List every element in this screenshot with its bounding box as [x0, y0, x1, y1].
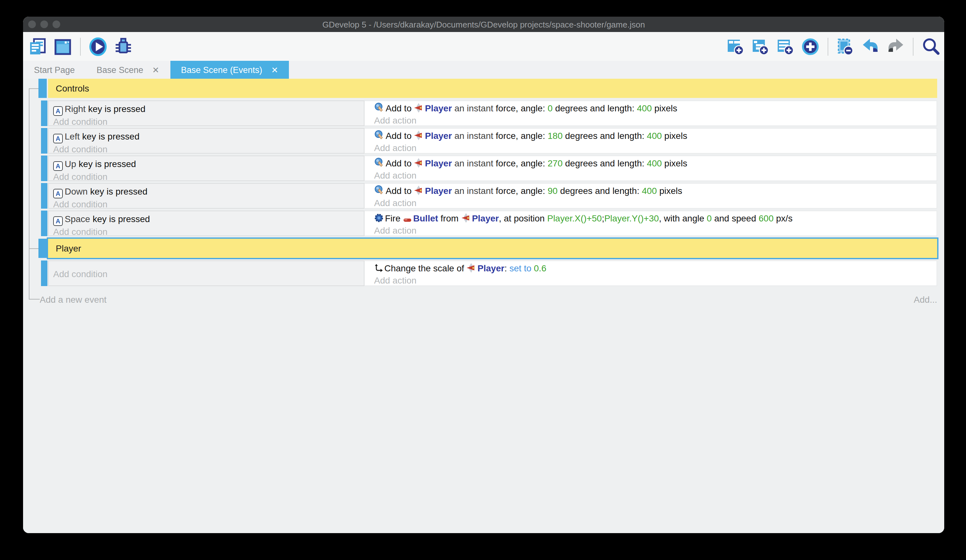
keyboard-icon: A	[53, 189, 63, 198]
action-sentence[interactable]: Add to Player an instant force, angle: 0…	[370, 100, 937, 115]
event-row: ADown key is pressed Add condition Add t…	[23, 183, 944, 209]
scene-editor-icon[interactable]	[53, 37, 72, 56]
tab-bar: Start Page Base Scene ✕ Base Scene (Even…	[23, 61, 944, 79]
tab-start-page[interactable]: Start Page	[23, 61, 86, 79]
add-action-link[interactable]: Add action	[370, 275, 937, 286]
add-condition-link[interactable]: Add condition	[49, 261, 364, 280]
undo-icon[interactable]	[861, 37, 880, 56]
force-icon	[374, 157, 384, 168]
fire-bullet-icon	[374, 213, 384, 223]
add-condition-link[interactable]: Add condition	[49, 116, 364, 128]
remove-event-icon[interactable]	[836, 37, 855, 56]
event-row: ALeft key is pressed Add condition Add t…	[23, 128, 944, 154]
debug-icon[interactable]	[113, 37, 133, 56]
event-row: Add condition Change the scale of Player…	[23, 260, 944, 286]
add-event-icon[interactable]	[726, 37, 745, 56]
event-indent-bar	[41, 100, 48, 126]
action-sentence[interactable]: Change the scale of Player: set to 0.6	[370, 260, 937, 275]
window-title: GDevelop 5 - /Users/dkarakay/Documents/G…	[23, 16, 944, 33]
force-icon	[374, 130, 384, 140]
add-condition-link[interactable]: Add condition	[49, 226, 364, 237]
titlebar: GDevelop 5 - /Users/dkarakay/Documents/G…	[23, 16, 944, 32]
event-group-player[interactable]: Player	[23, 239, 944, 258]
add-action-link[interactable]: Add action	[370, 224, 937, 236]
event-row: AUp key is pressed Add condition Add to …	[23, 156, 944, 181]
search-icon[interactable]	[921, 37, 940, 56]
event-indent-bar	[41, 183, 48, 209]
keyboard-icon: A	[53, 134, 63, 143]
add-action-link[interactable]: Add action	[370, 197, 937, 209]
conditions-cell: ASpace key is pressed Add condition	[48, 211, 365, 236]
tab-label: Base Scene	[97, 65, 143, 75]
toolbar	[23, 32, 944, 61]
player-object-icon	[467, 263, 476, 273]
group-header-cell[interactable]: Controls	[48, 79, 937, 98]
tab-label: Start Page	[34, 65, 75, 75]
group-header-cell-selected[interactable]: Player	[48, 239, 937, 258]
tab-base-scene[interactable]: Base Scene ✕	[86, 61, 170, 79]
condition-sentence[interactable]: ASpace key is pressed	[49, 211, 364, 226]
event-indent-bar	[38, 239, 47, 258]
add-action-link[interactable]: Add action	[370, 142, 937, 154]
player-object-icon	[414, 158, 424, 168]
event-indent-bar	[38, 79, 47, 98]
conditions-cell: Add condition	[48, 260, 365, 286]
condition-sentence[interactable]: ALeft key is pressed	[49, 129, 364, 143]
keyboard-icon: A	[53, 106, 63, 116]
add-subevent-icon[interactable]	[751, 37, 770, 56]
toolbar-divider	[913, 38, 913, 56]
events-sheet: Controls ARight key is pressed Add condi…	[23, 79, 944, 533]
action-sentence[interactable]: Add to Player an instant force, angle: 2…	[370, 156, 937, 170]
bullet-object-icon	[403, 218, 412, 223]
actions-cell: Add to Player an instant force, angle: 1…	[370, 128, 937, 154]
close-tab-icon[interactable]: ✕	[152, 65, 159, 75]
scale-icon	[374, 264, 383, 273]
add-condition-link[interactable]: Add condition	[49, 143, 364, 155]
actions-cell: Fire Bullet from Player, at position Pla…	[370, 211, 937, 236]
add-comment-icon[interactable]	[776, 37, 795, 56]
close-tab-icon[interactable]: ✕	[271, 65, 278, 75]
add-more-link[interactable]: Add...	[914, 295, 937, 305]
condition-sentence[interactable]: AUp key is pressed	[49, 156, 364, 171]
tree-line-tick	[29, 299, 40, 300]
action-sentence[interactable]: Add to Player an instant force, angle: 9…	[370, 183, 937, 197]
force-icon	[374, 102, 384, 113]
event-indent-bar	[41, 128, 48, 154]
event-row: ARight key is pressed Add condition Add …	[23, 100, 944, 126]
action-sentence[interactable]: Add to Player an instant force, angle: 1…	[370, 128, 937, 142]
screen: GDevelop 5 - /Users/dkarakay/Documents/G…	[0, 0, 966, 560]
add-action-link[interactable]: Add action	[370, 170, 937, 181]
actions-cell: Add to Player an instant force, angle: 2…	[370, 156, 937, 181]
player-object-icon	[414, 186, 424, 195]
project-manager-icon[interactable]	[28, 37, 48, 56]
player-object-icon	[461, 213, 470, 223]
action-sentence[interactable]: Fire Bullet from Player, at position Pla…	[370, 211, 937, 224]
event-indent-bar	[41, 211, 48, 236]
condition-sentence[interactable]: ADown key is pressed	[49, 184, 364, 198]
conditions-cell: AUp key is pressed Add condition	[48, 156, 365, 181]
toolbar-divider	[828, 38, 828, 56]
add-action-link[interactable]: Add action	[370, 115, 937, 126]
redo-icon[interactable]	[886, 37, 905, 56]
add-condition-link[interactable]: Add condition	[49, 198, 364, 210]
tab-label: Base Scene (Events)	[181, 65, 262, 75]
gdevelop-window: GDevelop 5 - /Users/dkarakay/Documents/G…	[23, 16, 944, 533]
toolbar-divider	[80, 38, 81, 56]
force-icon	[374, 185, 384, 195]
player-object-icon	[414, 103, 424, 113]
conditions-cell: ADown key is pressed Add condition	[48, 183, 365, 209]
player-object-icon	[414, 131, 424, 140]
actions-cell: Add to Player an instant force, angle: 9…	[370, 183, 937, 209]
group-label: Player	[48, 239, 937, 258]
event-row: ASpace key is pressed Add condition Fire…	[23, 211, 944, 236]
add-circle-icon[interactable]	[801, 37, 820, 56]
tab-base-scene-events[interactable]: Base Scene (Events) ✕	[170, 61, 289, 79]
add-condition-link[interactable]: Add condition	[49, 171, 364, 182]
actions-cell: Change the scale of Player: set to 0.6 A…	[370, 260, 937, 286]
event-group-controls[interactable]: Controls	[23, 79, 944, 98]
event-indent-bar	[41, 260, 48, 286]
group-label: Controls	[48, 79, 937, 98]
add-new-event-link[interactable]: Add a new event	[40, 295, 107, 305]
preview-play-icon[interactable]	[89, 37, 108, 56]
condition-sentence[interactable]: ARight key is pressed	[49, 101, 364, 116]
